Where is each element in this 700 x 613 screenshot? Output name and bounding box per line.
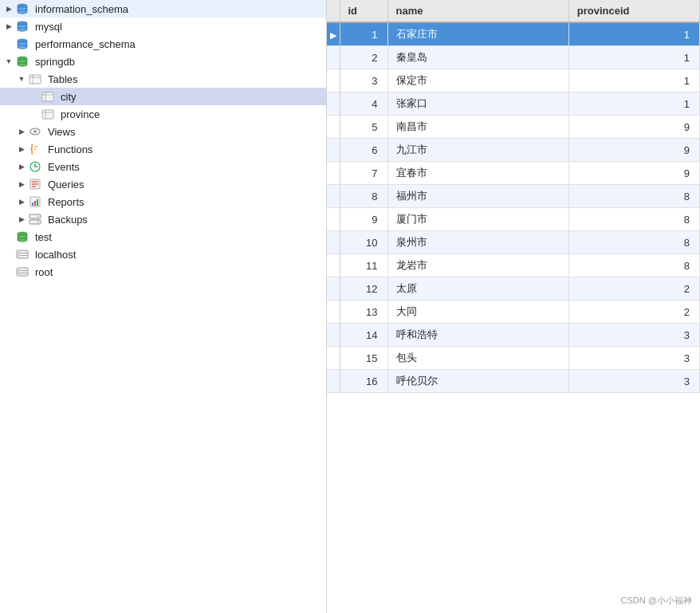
label-root: root xyxy=(35,266,53,278)
icon-folder-views xyxy=(29,125,45,138)
icon-folder-table xyxy=(29,73,45,85)
table-row[interactable]: 15包头3 xyxy=(327,347,700,370)
table-row[interactable]: 6九江市9 xyxy=(327,139,700,162)
col-header-provinceid[interactable]: provinceid xyxy=(568,0,699,22)
svg-rect-37 xyxy=(34,201,36,206)
row-indicator-cell xyxy=(327,208,340,231)
row-indicator-cell xyxy=(327,162,340,185)
cell-name: 保定市 xyxy=(387,69,568,92)
cell-provinceid: 1 xyxy=(568,22,699,46)
row-indicator-cell xyxy=(327,254,340,277)
table-row[interactable]: 4张家口1 xyxy=(327,92,700,116)
table-row[interactable]: 13大同2 xyxy=(327,301,700,324)
svg-point-4 xyxy=(18,28,27,31)
sidebar-item-springdb[interactable]: ▼ springdb xyxy=(0,53,326,70)
cell-name: 大同 xyxy=(387,301,568,324)
label-events: Events xyxy=(48,161,80,173)
col-header-name[interactable]: name xyxy=(387,0,568,22)
cell-id: 5 xyxy=(340,116,387,139)
sidebar-item-root[interactable]: root xyxy=(0,263,326,281)
cell-id: 9 xyxy=(340,208,387,231)
cell-provinceid: 1 xyxy=(568,69,699,92)
table-row[interactable]: 14呼和浩特3 xyxy=(327,324,700,347)
table-row[interactable]: 5南昌市9 xyxy=(327,116,700,139)
label-localhost: localhost xyxy=(35,249,76,261)
toggle-queries[interactable]: ▶ xyxy=(16,180,27,188)
toggle-functions[interactable]: ▶ xyxy=(16,145,27,153)
cell-provinceid: 8 xyxy=(568,231,699,254)
sidebar-item-performance_schema[interactable]: performance_schema xyxy=(0,35,326,53)
sidebar-item-events[interactable]: ▶ Events xyxy=(0,158,326,175)
cell-provinceid: 9 xyxy=(568,116,699,139)
svg-point-42 xyxy=(37,222,39,223)
sidebar-item-queries[interactable]: ▶ Queries xyxy=(0,175,326,193)
sidebar-item-city[interactable]: city xyxy=(0,88,326,105)
col-header-id[interactable]: id xyxy=(340,0,387,22)
svg-point-11 xyxy=(18,60,27,63)
icon-table xyxy=(41,90,57,103)
icon-folder-functions xyxy=(29,143,45,155)
toggle-events[interactable]: ▶ xyxy=(16,163,27,171)
table-row[interactable]: 10泉州市8 xyxy=(327,231,700,254)
toggle-springdb[interactable]: ▼ xyxy=(3,57,14,65)
icon-server xyxy=(16,248,32,261)
label-information_schema: information_schema xyxy=(35,3,128,15)
label-views: Views xyxy=(48,126,75,138)
toggle-mysql[interactable]: ▶ xyxy=(3,22,14,30)
table-row[interactable]: 3保定市1 xyxy=(327,69,700,92)
toggle-reports[interactable]: ▶ xyxy=(16,198,27,206)
row-indicator-cell xyxy=(327,69,340,92)
table-header-row: id name provinceid xyxy=(327,0,700,22)
icon-database xyxy=(16,37,32,50)
data-table-wrapper: id name provinceid ▶1石家庄市12秦皇岛13保定市14张家口… xyxy=(327,0,700,613)
sidebar-item-localhost[interactable]: localhost xyxy=(0,246,326,263)
row-indicator-cell xyxy=(327,46,340,69)
row-indicator-cell: ▶ xyxy=(327,22,340,46)
sidebar-item-reports[interactable]: ▶ Reports xyxy=(0,193,326,210)
table-row[interactable]: 9厦门市8 xyxy=(327,208,700,231)
table-row[interactable]: 8福州市8 xyxy=(327,185,700,208)
sidebar-item-views[interactable]: ▶ Views xyxy=(0,123,326,140)
icon-folder-queries xyxy=(29,178,45,191)
sidebar-item-functions[interactable]: ▶ Functions xyxy=(0,140,326,158)
table-row[interactable]: 2秦皇岛1 xyxy=(327,46,700,69)
cell-id: 7 xyxy=(340,162,387,185)
toggle-views[interactable]: ▶ xyxy=(16,128,27,136)
toggle-tables[interactable]: ▼ xyxy=(16,75,27,83)
cell-provinceid: 9 xyxy=(568,139,699,162)
sidebar-item-mysql[interactable]: ▶ mysql xyxy=(0,18,326,35)
cell-name: 泉州市 xyxy=(387,231,568,254)
table-row[interactable]: 12太原2 xyxy=(327,277,700,301)
toggle-information_schema[interactable]: ▶ xyxy=(3,5,14,13)
sidebar-item-backups[interactable]: ▶ Backups xyxy=(0,210,326,228)
table-row[interactable]: ▶1石家庄市1 xyxy=(327,22,700,46)
cell-id: 6 xyxy=(340,139,387,162)
table-row[interactable]: 16呼伦贝尔3 xyxy=(327,370,700,393)
svg-point-45 xyxy=(18,235,27,238)
label-city: city xyxy=(61,91,77,103)
label-test: test xyxy=(35,231,52,243)
row-indicator-cell xyxy=(327,347,340,370)
icon-database xyxy=(16,2,32,15)
icon-folder-events xyxy=(29,160,45,173)
table-row[interactable]: 11龙岩市8 xyxy=(327,254,700,277)
cell-name: 龙岩市 xyxy=(387,254,568,277)
database-tree[interactable]: ▶ information_schema▶ mysql performance_… xyxy=(0,0,327,613)
svg-point-29 xyxy=(34,131,36,132)
icon-server xyxy=(16,265,32,278)
cell-provinceid: 8 xyxy=(568,185,699,208)
cell-id: 1 xyxy=(340,22,387,46)
cell-id: 11 xyxy=(340,254,387,277)
table-row[interactable]: 7宜春市9 xyxy=(327,162,700,185)
sidebar-item-tables[interactable]: ▼ Tables xyxy=(0,70,326,88)
svg-rect-49 xyxy=(17,250,19,258)
cell-provinceid: 1 xyxy=(568,92,699,116)
row-indicator-cell xyxy=(327,324,340,347)
cell-name: 宜春市 xyxy=(387,162,568,185)
sidebar-item-information_schema[interactable]: ▶ information_schema xyxy=(0,0,326,18)
sidebar-item-test[interactable]: test xyxy=(0,228,326,246)
label-springdb: springdb xyxy=(35,56,75,68)
sidebar-item-province[interactable]: province xyxy=(0,105,326,123)
cell-provinceid: 2 xyxy=(568,277,699,301)
toggle-backups[interactable]: ▶ xyxy=(16,215,27,223)
